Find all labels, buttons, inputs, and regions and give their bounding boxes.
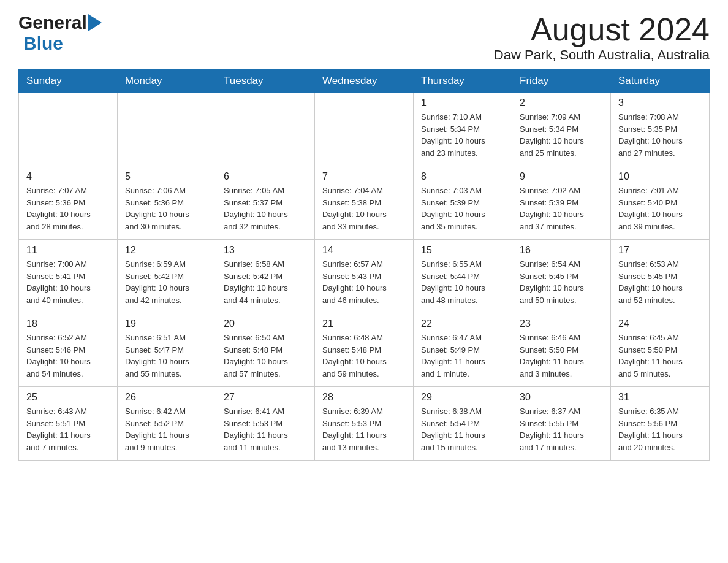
calendar-cell: 25Sunrise: 6:43 AMSunset: 5:51 PMDayligh…	[19, 387, 118, 461]
day-number: 12	[125, 245, 208, 256]
calendar-week-5: 25Sunrise: 6:43 AMSunset: 5:51 PMDayligh…	[19, 387, 710, 461]
calendar-cell: 31Sunrise: 6:35 AMSunset: 5:56 PMDayligh…	[611, 387, 710, 461]
day-number: 29	[421, 392, 504, 403]
calendar-cell: 4Sunrise: 7:07 AMSunset: 5:36 PMDaylight…	[19, 166, 118, 240]
calendar-cell: 10Sunrise: 7:01 AMSunset: 5:40 PMDayligh…	[611, 166, 710, 240]
day-number: 10	[618, 171, 702, 182]
day-info: Sunrise: 7:01 AMSunset: 5:40 PMDaylight:…	[618, 185, 702, 232]
calendar-cell: 18Sunrise: 6:52 AMSunset: 5:46 PMDayligh…	[19, 313, 118, 387]
day-number: 19	[125, 318, 208, 329]
day-info: Sunrise: 6:51 AMSunset: 5:47 PMDaylight:…	[125, 332, 208, 380]
page-header: General Blue August 2024 Daw Park, South…	[18, 12, 710, 63]
calendar-cell	[315, 93, 414, 166]
day-number: 26	[125, 392, 208, 403]
day-info: Sunrise: 6:35 AMSunset: 5:56 PMDaylight:…	[618, 405, 702, 453]
day-number: 13	[224, 245, 307, 256]
day-number: 27	[224, 392, 307, 403]
day-info: Sunrise: 6:38 AMSunset: 5:54 PMDaylight:…	[421, 405, 504, 453]
day-info: Sunrise: 6:42 AMSunset: 5:52 PMDaylight:…	[125, 405, 208, 453]
day-number: 22	[421, 318, 504, 329]
calendar-table: SundayMondayTuesdayWednesdayThursdayFrid…	[18, 69, 710, 461]
day-number: 20	[224, 318, 307, 329]
calendar-week-1: 1Sunrise: 7:10 AMSunset: 5:34 PMDaylight…	[19, 93, 710, 166]
day-number: 18	[26, 318, 110, 329]
calendar-cell: 1Sunrise: 7:10 AMSunset: 5:34 PMDaylight…	[414, 93, 512, 166]
day-number: 28	[322, 392, 406, 403]
day-info: Sunrise: 6:50 AMSunset: 5:48 PMDaylight:…	[224, 332, 307, 380]
calendar-cell: 19Sunrise: 6:51 AMSunset: 5:47 PMDayligh…	[118, 313, 216, 387]
logo-triangle-icon	[88, 14, 102, 31]
calendar-cell: 3Sunrise: 7:08 AMSunset: 5:35 PMDaylight…	[611, 93, 710, 166]
day-info: Sunrise: 6:59 AMSunset: 5:42 PMDaylight:…	[125, 258, 208, 306]
calendar-cell: 20Sunrise: 6:50 AMSunset: 5:48 PMDayligh…	[216, 313, 315, 387]
calendar-cell	[216, 93, 315, 166]
calendar-cell: 6Sunrise: 7:05 AMSunset: 5:37 PMDaylight…	[216, 166, 315, 240]
calendar-cell	[118, 93, 216, 166]
logo-blue: Blue	[23, 33, 63, 54]
day-number: 17	[618, 245, 702, 256]
day-number: 9	[520, 171, 603, 182]
day-number: 5	[125, 171, 208, 182]
day-number: 21	[322, 318, 406, 329]
calendar-header: SundayMondayTuesdayWednesdayThursdayFrid…	[19, 70, 710, 93]
calendar-cell: 23Sunrise: 6:46 AMSunset: 5:50 PMDayligh…	[512, 313, 611, 387]
day-info: Sunrise: 6:58 AMSunset: 5:42 PMDaylight:…	[224, 258, 307, 306]
calendar-cell: 9Sunrise: 7:02 AMSunset: 5:39 PMDaylight…	[512, 166, 611, 240]
weekday-header-sunday: Sunday	[19, 70, 118, 93]
day-info: Sunrise: 7:08 AMSunset: 5:35 PMDaylight:…	[618, 111, 702, 159]
calendar-cell: 16Sunrise: 6:54 AMSunset: 5:45 PMDayligh…	[512, 240, 611, 313]
calendar-cell: 13Sunrise: 6:58 AMSunset: 5:42 PMDayligh…	[216, 240, 315, 313]
calendar-week-2: 4Sunrise: 7:07 AMSunset: 5:36 PMDaylight…	[19, 166, 710, 240]
day-info: Sunrise: 7:05 AMSunset: 5:37 PMDaylight:…	[224, 185, 307, 232]
day-number: 23	[520, 318, 603, 329]
day-number: 2	[520, 98, 603, 109]
month-title: August 2024	[494, 12, 710, 47]
day-number: 16	[520, 245, 603, 256]
day-info: Sunrise: 6:53 AMSunset: 5:45 PMDaylight:…	[618, 258, 702, 306]
day-info: Sunrise: 6:45 AMSunset: 5:50 PMDaylight:…	[618, 332, 702, 380]
day-info: Sunrise: 6:52 AMSunset: 5:46 PMDaylight:…	[26, 332, 110, 380]
day-info: Sunrise: 7:02 AMSunset: 5:39 PMDaylight:…	[520, 185, 603, 232]
calendar-cell: 11Sunrise: 7:00 AMSunset: 5:41 PMDayligh…	[19, 240, 118, 313]
day-info: Sunrise: 6:39 AMSunset: 5:53 PMDaylight:…	[322, 405, 406, 453]
day-info: Sunrise: 6:54 AMSunset: 5:45 PMDaylight:…	[520, 258, 603, 306]
calendar-cell: 17Sunrise: 6:53 AMSunset: 5:45 PMDayligh…	[611, 240, 710, 313]
day-info: Sunrise: 7:07 AMSunset: 5:36 PMDaylight:…	[26, 185, 110, 232]
calendar-week-4: 18Sunrise: 6:52 AMSunset: 5:46 PMDayligh…	[19, 313, 710, 387]
calendar-cell: 27Sunrise: 6:41 AMSunset: 5:53 PMDayligh…	[216, 387, 315, 461]
logo: General Blue	[18, 12, 102, 54]
calendar-body: 1Sunrise: 7:10 AMSunset: 5:34 PMDaylight…	[19, 93, 710, 461]
calendar-cell	[19, 93, 118, 166]
day-info: Sunrise: 7:04 AMSunset: 5:38 PMDaylight:…	[322, 185, 406, 232]
day-number: 8	[421, 171, 504, 182]
day-info: Sunrise: 7:03 AMSunset: 5:39 PMDaylight:…	[421, 185, 504, 232]
day-info: Sunrise: 6:57 AMSunset: 5:43 PMDaylight:…	[322, 258, 406, 306]
day-number: 1	[421, 98, 504, 109]
day-number: 31	[618, 392, 702, 403]
weekday-header-saturday: Saturday	[611, 70, 710, 93]
day-number: 7	[322, 171, 406, 182]
calendar-cell: 5Sunrise: 7:06 AMSunset: 5:36 PMDaylight…	[118, 166, 216, 240]
calendar-cell: 7Sunrise: 7:04 AMSunset: 5:38 PMDaylight…	[315, 166, 414, 240]
calendar-cell: 24Sunrise: 6:45 AMSunset: 5:50 PMDayligh…	[611, 313, 710, 387]
location: Daw Park, South Australia, Australia	[494, 47, 710, 63]
calendar-week-3: 11Sunrise: 7:00 AMSunset: 5:41 PMDayligh…	[19, 240, 710, 313]
day-number: 6	[224, 171, 307, 182]
calendar-cell: 2Sunrise: 7:09 AMSunset: 5:34 PMDaylight…	[512, 93, 611, 166]
day-number: 25	[26, 392, 110, 403]
day-info: Sunrise: 7:09 AMSunset: 5:34 PMDaylight:…	[520, 111, 603, 159]
day-info: Sunrise: 6:41 AMSunset: 5:53 PMDaylight:…	[224, 405, 307, 453]
day-info: Sunrise: 6:46 AMSunset: 5:50 PMDaylight:…	[520, 332, 603, 380]
calendar-cell: 29Sunrise: 6:38 AMSunset: 5:54 PMDayligh…	[414, 387, 512, 461]
day-number: 14	[322, 245, 406, 256]
logo-general: General	[18, 12, 87, 33]
weekday-header-wednesday: Wednesday	[315, 70, 414, 93]
day-info: Sunrise: 7:10 AMSunset: 5:34 PMDaylight:…	[421, 111, 504, 159]
weekday-header-thursday: Thursday	[414, 70, 512, 93]
day-number: 3	[618, 98, 702, 109]
day-info: Sunrise: 7:06 AMSunset: 5:36 PMDaylight:…	[125, 185, 208, 232]
day-info: Sunrise: 6:43 AMSunset: 5:51 PMDaylight:…	[26, 405, 110, 453]
calendar-cell: 15Sunrise: 6:55 AMSunset: 5:44 PMDayligh…	[414, 240, 512, 313]
weekday-header-monday: Monday	[118, 70, 216, 93]
weekday-header-tuesday: Tuesday	[216, 70, 315, 93]
